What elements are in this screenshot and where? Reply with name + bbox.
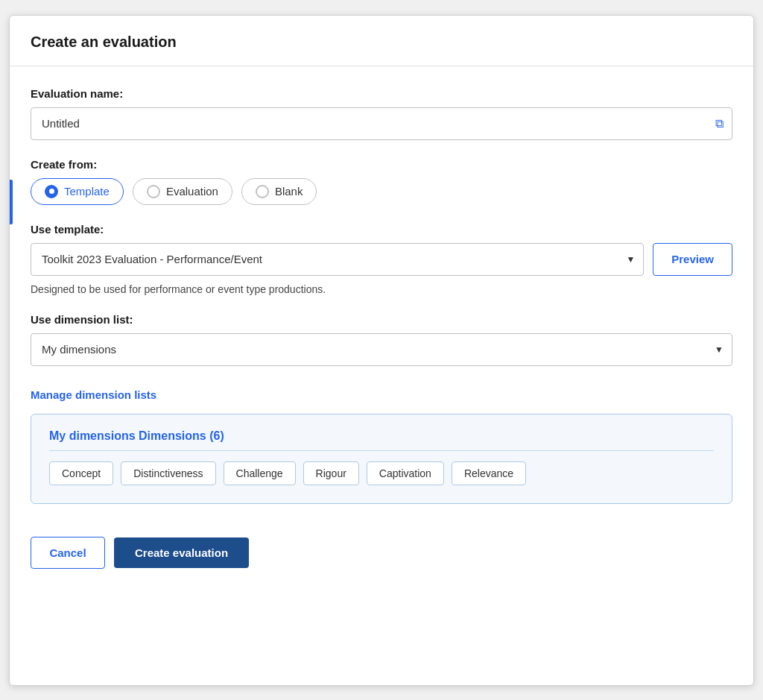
radio-circle-template xyxy=(45,185,58,198)
modal-header: Create an evaluation xyxy=(10,16,753,66)
modal-body: Evaluation name: ⧉ Create from: Template… xyxy=(10,66,753,519)
dimensions-box: My dimensions Dimensions (6) Concept Dis… xyxy=(31,414,732,504)
preview-button[interactable]: Preview xyxy=(653,243,732,276)
evaluation-name-input-wrapper: ⧉ xyxy=(31,107,732,140)
radio-label-template: Template xyxy=(64,185,110,198)
dimension-select[interactable]: My dimensions xyxy=(31,333,732,366)
left-accent-bar xyxy=(10,180,13,224)
dimension-list-label: Use dimension list: xyxy=(31,313,732,326)
create-from-section: Create from: Template Evaluation Blank xyxy=(31,158,732,205)
radio-option-template[interactable]: Template xyxy=(31,178,124,205)
dimension-tag-captivation: Captivation xyxy=(367,461,444,485)
cancel-button[interactable]: Cancel xyxy=(31,537,105,569)
dimensions-box-title: My dimensions Dimensions (6) xyxy=(49,429,714,451)
dimension-select-wrapper: My dimensions ▼ xyxy=(31,333,732,366)
create-evaluation-button[interactable]: Create evaluation xyxy=(114,537,249,568)
radio-circle-blank xyxy=(256,185,269,198)
evaluation-name-input[interactable] xyxy=(31,107,732,140)
radio-option-evaluation[interactable]: Evaluation xyxy=(133,178,232,205)
template-description: Designed to be used for performance or e… xyxy=(31,283,732,295)
radio-label-blank: Blank xyxy=(275,185,303,198)
dimension-list-section: Use dimension list: My dimensions ▼ xyxy=(31,313,732,366)
dimension-tag-challenge: Challenge xyxy=(224,461,296,485)
manage-dimension-lists-link[interactable]: Manage dimension lists xyxy=(31,388,156,401)
evaluation-name-section: Evaluation name: ⧉ xyxy=(31,87,732,140)
evaluation-name-label: Evaluation name: xyxy=(31,87,732,100)
modal-title: Create an evaluation xyxy=(31,34,732,51)
create-from-label: Create from: xyxy=(31,158,732,171)
dimension-tags-container: Concept Distinctiveness Challenge Rigour… xyxy=(49,461,714,485)
dimension-tag-concept: Concept xyxy=(49,461,113,485)
template-row: Toolkit 2023 Evaluation - Performance/Ev… xyxy=(31,243,732,276)
use-template-section: Use template: Toolkit 2023 Evaluation - … xyxy=(31,223,732,295)
radio-label-evaluation: Evaluation xyxy=(166,185,218,198)
radio-circle-evaluation xyxy=(147,185,160,198)
radio-group: Template Evaluation Blank xyxy=(31,178,732,205)
dimension-tag-distinctiveness: Distinctiveness xyxy=(121,461,215,485)
dimension-tag-rigour: Rigour xyxy=(303,461,359,485)
use-template-label: Use template: xyxy=(31,223,732,236)
template-select-wrapper: Toolkit 2023 Evaluation - Performance/Ev… xyxy=(31,243,644,276)
dimension-tag-relevance: Relevance xyxy=(452,461,526,485)
create-evaluation-modal: Create an evaluation Evaluation name: ⧉ … xyxy=(9,15,754,686)
radio-option-blank[interactable]: Blank xyxy=(241,178,317,205)
input-edit-icon: ⧉ xyxy=(715,117,724,130)
template-select[interactable]: Toolkit 2023 Evaluation - Performance/Ev… xyxy=(31,243,644,276)
modal-footer: Cancel Create evaluation xyxy=(10,519,753,587)
